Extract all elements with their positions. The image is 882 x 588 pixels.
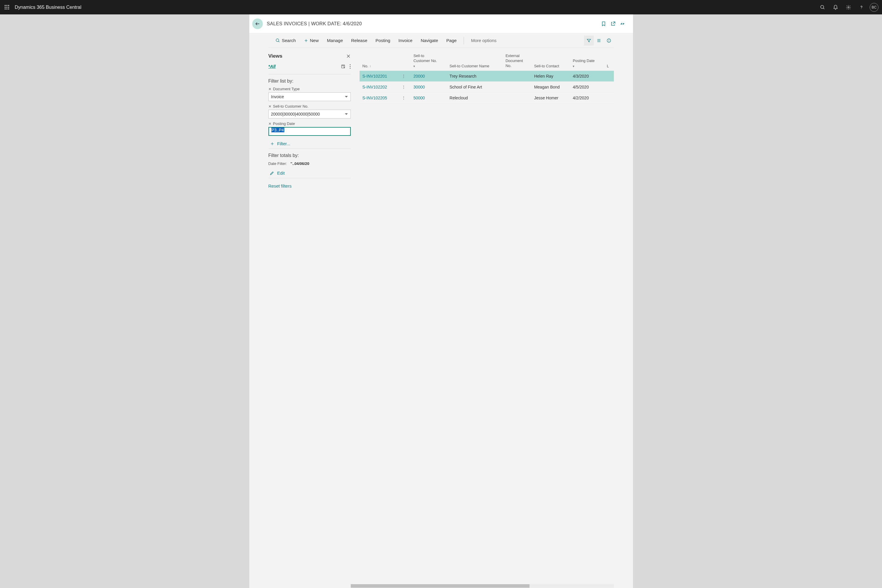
- cell-trailing: [604, 81, 614, 92]
- page-header: SALES INVOICES | WORK DATE: 4/6/2020: [249, 14, 633, 33]
- filter-totals-title: Filter totals by:: [268, 153, 351, 158]
- help-icon[interactable]: [855, 1, 868, 14]
- page-card: SALES INVOICES | WORK DATE: 4/6/2020 Sea…: [249, 14, 633, 588]
- filter-icon: ▾: [573, 64, 601, 68]
- table-row[interactable]: S-INV102205⋮50000RelecloudJesse Homer4/2…: [360, 92, 614, 103]
- table-row[interactable]: S-INV102201⋮20000Trey ResearchHelen Ray4…: [360, 70, 614, 81]
- filter-pane-toggle-icon[interactable]: [584, 36, 594, 46]
- svg-rect-6: [5, 9, 6, 9]
- back-button[interactable]: [252, 18, 263, 29]
- filter-posting-date-label: Posting Date: [273, 122, 295, 126]
- cell-no[interactable]: S-INV102201: [360, 70, 397, 81]
- pencil-icon: [270, 171, 274, 176]
- row-menu[interactable]: ⋮: [397, 81, 410, 92]
- action-navigate[interactable]: Navigate: [417, 33, 442, 48]
- filter-posting-date-input[interactable]: P3..P4: [268, 127, 351, 136]
- save-view-icon[interactable]: [341, 64, 345, 69]
- action-divider: [464, 37, 464, 44]
- views-title: Views: [268, 53, 282, 59]
- horizontal-scrollbar[interactable]: [351, 584, 614, 588]
- cell-contact: Meagan Bond: [531, 81, 570, 92]
- col-posting-date[interactable]: Posting Date ▾: [570, 52, 604, 70]
- collapse-icon[interactable]: [618, 19, 627, 28]
- action-manage[interactable]: Manage: [323, 33, 347, 48]
- svg-line-10: [823, 8, 824, 9]
- search-icon[interactable]: [816, 1, 829, 14]
- info-pane-icon[interactable]: [604, 36, 614, 46]
- svg-rect-0: [5, 5, 6, 6]
- plus-icon: [270, 142, 274, 146]
- cell-cust-name: School of Fine Art: [447, 81, 502, 92]
- global-header: Dynamics 365 Business Central BC: [0, 0, 882, 14]
- action-posting[interactable]: Posting: [371, 33, 394, 48]
- remove-filter-doc-type[interactable]: ✕: [268, 87, 272, 91]
- add-filter-button[interactable]: Filter...: [270, 141, 351, 146]
- cell-cust-no[interactable]: 30000: [410, 81, 447, 92]
- action-page[interactable]: Page: [442, 33, 461, 48]
- col-contact[interactable]: Sell-to Contact: [531, 52, 570, 70]
- edit-totals-button[interactable]: Edit: [270, 171, 351, 176]
- date-filter-label: Date Filter:: [268, 161, 287, 166]
- action-label: Search: [282, 38, 296, 43]
- svg-point-14: [276, 39, 279, 42]
- filter-list-title: Filter list by:: [268, 78, 351, 84]
- cell-cust-no[interactable]: 50000: [410, 92, 447, 103]
- cell-no[interactable]: S-INV102202: [360, 81, 397, 92]
- cell-cust-no[interactable]: 20000: [410, 70, 447, 81]
- more-icon: ⋮: [400, 74, 408, 78]
- col-cust-name[interactable]: Sell-to Customer Name: [447, 52, 502, 70]
- filter-cust-no-label: Sell-to Customer No.: [273, 104, 309, 108]
- row-menu[interactable]: ⋮: [397, 70, 410, 81]
- user-avatar[interactable]: BC: [870, 3, 879, 12]
- action-more-options[interactable]: More options: [467, 33, 501, 48]
- view-all[interactable]: *All: [268, 64, 276, 69]
- col-row-menu: [397, 52, 410, 70]
- svg-rect-1: [6, 5, 8, 6]
- action-label: Invoice: [398, 38, 412, 43]
- page-content: Search New Manage Release Posting Invoic…: [249, 33, 633, 588]
- workspace: SALES INVOICES | WORK DATE: 4/6/2020 Sea…: [0, 14, 882, 588]
- svg-point-9: [820, 5, 824, 9]
- svg-rect-7: [6, 9, 8, 9]
- notifications-icon[interactable]: [829, 1, 842, 14]
- svg-rect-3: [5, 7, 6, 8]
- invoices-table: No.↑ Sell-toCustomer No. ▾ Sell-to Cus: [360, 52, 614, 104]
- remove-filter-cust-no[interactable]: ✕: [268, 105, 272, 108]
- add-filter-label: Filter...: [277, 141, 291, 146]
- close-filter-panel-icon[interactable]: [346, 54, 351, 58]
- col-no[interactable]: No.↑: [360, 52, 397, 70]
- remove-filter-posting-date[interactable]: ✕: [268, 122, 272, 126]
- search-icon: [276, 38, 280, 43]
- row-menu[interactable]: ⋮: [397, 92, 410, 103]
- svg-rect-8: [8, 9, 9, 9]
- action-new[interactable]: New: [300, 33, 323, 48]
- col-ext-doc[interactable]: ExternalDocumentNo.: [502, 52, 531, 70]
- cell-ext-doc: [502, 81, 531, 92]
- col-cust-no[interactable]: Sell-toCustomer No. ▾: [410, 52, 447, 70]
- filter-cust-no-select[interactable]: 20000|30000|40000|50000: [268, 110, 351, 118]
- reset-filters-button[interactable]: Reset filters: [268, 183, 351, 189]
- svg-rect-2: [8, 5, 9, 6]
- action-invoice[interactable]: Invoice: [394, 33, 417, 48]
- action-bar: Search New Manage Release Posting Invoic…: [268, 33, 614, 48]
- table-row[interactable]: S-INV102202⋮30000School of Fine ArtMeaga…: [360, 81, 614, 92]
- more-icon: ⋮: [400, 96, 408, 100]
- list-view-icon[interactable]: [594, 36, 604, 46]
- svg-point-11: [848, 6, 849, 8]
- action-search[interactable]: Search: [272, 33, 300, 48]
- action-label: Posting: [375, 38, 390, 43]
- app-launcher-icon[interactable]: [2, 2, 12, 13]
- action-label: New: [310, 38, 319, 43]
- app-title: Dynamics 365 Business Central: [15, 5, 81, 10]
- cell-trailing: [604, 92, 614, 103]
- cell-no[interactable]: S-INV102205: [360, 92, 397, 103]
- filter-doc-type-select[interactable]: Invoice: [268, 92, 351, 101]
- action-label: More options: [471, 38, 496, 43]
- bookmark-icon[interactable]: [599, 19, 608, 28]
- cell-contact: Helen Ray: [531, 70, 570, 81]
- popout-icon[interactable]: [608, 19, 618, 28]
- settings-icon[interactable]: [842, 1, 855, 14]
- action-release[interactable]: Release: [347, 33, 371, 48]
- cell-ext-doc: [502, 92, 531, 103]
- col-trailing[interactable]: L: [604, 52, 614, 70]
